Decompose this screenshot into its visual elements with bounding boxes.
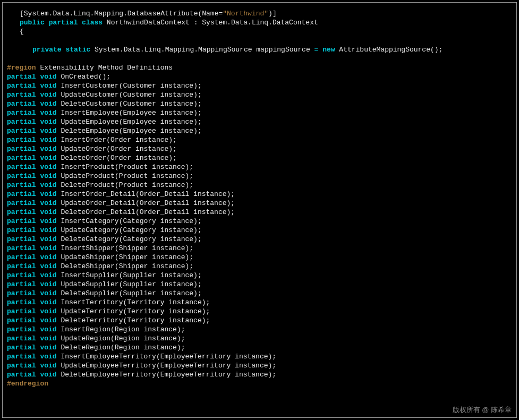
kw-void: void [40, 217, 56, 225]
kw-void: void [40, 325, 56, 333]
method-signature: InsertOrder(Order instance); [61, 136, 176, 144]
kw-static: static [65, 46, 90, 54]
kw-void: void [40, 163, 56, 171]
method-signature: UpdateRegion(Region instance); [61, 335, 185, 342]
field-line: private static System.Data.Linq.Mapping.… [7, 45, 512, 54]
method-signature: UpdateCustomer(Customer instance); [61, 91, 201, 99]
field-rest: AttributeMappingSource(); [335, 46, 443, 54]
kw-void: void [40, 73, 56, 81]
kw-partial: partial [7, 344, 36, 352]
kw-partial: partial [7, 208, 36, 216]
kw-partial: partial [7, 118, 36, 126]
method-signature: InsertEmployeeTerritory(EmployeeTerritor… [61, 353, 276, 361]
kw-partial: partial [7, 244, 36, 252]
kw-void: void [40, 199, 56, 207]
method-signature: InsertRegion(Region instance); [61, 325, 185, 333]
partial-method-line: partial void InsertTerritory(Territory i… [7, 298, 512, 307]
kw-void: void [40, 127, 56, 135]
kw-void: void [40, 109, 56, 117]
method-signature: UpdateCategory(Category instance); [61, 226, 201, 234]
kw-partial: partial [7, 280, 36, 288]
partial-method-line: partial void UpdateTerritory(Territory i… [7, 307, 512, 316]
class-decl-line: public partial class NorthwindDataContex… [7, 18, 512, 27]
partial-method-line: partial void DeleteProduct(Product insta… [7, 181, 512, 190]
partial-method-line: partial void DeleteShipper(Shipper insta… [7, 262, 512, 271]
method-signature: UpdateSupplier(Supplier instance); [61, 280, 201, 288]
kw-partial: partial [49, 19, 78, 27]
kw-void: void [40, 253, 56, 261]
method-signature: InsertCategory(Category instance); [61, 217, 201, 225]
kw-partial: partial [7, 253, 36, 261]
method-signature: InsertProduct(Product instance); [61, 163, 193, 171]
kw-void: void [40, 235, 56, 243]
open-brace: { [7, 27, 512, 36]
kw-partial: partial [7, 199, 36, 207]
partial-method-line: partial void UpdateOrder_Detail(Order_De… [7, 199, 512, 208]
kw-void: void [40, 353, 56, 361]
method-signature: DeleteRegion(Region instance); [61, 344, 185, 352]
method-signature: DeleteSupplier(Supplier instance); [61, 289, 201, 297]
kw-partial: partial [7, 109, 36, 117]
partial-method-line: partial void DeleteEmployee(Employee ins… [7, 126, 512, 135]
method-signature: InsertSupplier(Supplier instance); [61, 271, 201, 279]
method-signature: UpdateEmployeeTerritory(EmployeeTerritor… [61, 362, 276, 370]
attr-string: "Northwind" [223, 10, 268, 18]
watermark: 版权所有 @ 陈希章 [453, 405, 512, 415]
method-signature: OnCreated(); [61, 73, 110, 81]
kw-void: void [40, 289, 56, 297]
method-signature: DeleteOrder_Detail(Order_Detail instance… [61, 208, 235, 216]
class-name: NorthwindDataContext : System.Data.Linq.… [103, 19, 318, 27]
method-signature: UpdateEmployee(Employee instance); [61, 118, 201, 126]
method-signature: DeleteTerritory(Territory instance); [61, 316, 210, 324]
method-signature: UpdateProduct(Product instance); [61, 172, 193, 180]
partial-method-line: partial void UpdateEmployee(Employee ins… [7, 117, 512, 126]
kw-void: void [40, 298, 56, 306]
kw-void: void [40, 190, 56, 198]
kw-void: void [40, 316, 56, 324]
method-signature: DeleteProduct(Product instance); [61, 181, 193, 189]
field-type: System.Data.Linq.Mapping.MappingSource m… [90, 46, 314, 54]
kw-new: new [318, 46, 335, 54]
kw-void: void [40, 136, 56, 144]
partial-method-line: partial void UpdateSupplier(Supplier ins… [7, 280, 512, 289]
blank-line [7, 36, 512, 45]
partial-method-line: partial void DeleteRegion(Region instanc… [7, 343, 512, 352]
kw-partial: partial [7, 226, 36, 234]
kw-partial: partial [7, 235, 36, 243]
partial-method-line: partial void UpdateCategory(Category ins… [7, 226, 512, 235]
kw-partial: partial [7, 371, 36, 379]
partial-method-line: partial void DeleteOrder(Order instance)… [7, 153, 512, 162]
kw-void: void [40, 371, 56, 379]
kw-partial: partial [7, 307, 36, 315]
partial-method-line: partial void InsertEmployee(Employee ins… [7, 108, 512, 117]
kw-void: void [40, 335, 56, 342]
partial-method-line: partial void InsertOrder_Detail(Order_De… [7, 190, 512, 199]
method-signature: UpdateShipper(Shipper instance); [61, 253, 193, 261]
kw-void: void [40, 362, 56, 370]
kw-partial: partial [7, 145, 36, 153]
region-kw: #region [7, 64, 36, 72]
kw-partial: partial [7, 362, 36, 370]
kw-void: void [40, 307, 56, 315]
kw-partial: partial [7, 136, 36, 144]
kw-void: void [40, 172, 56, 180]
kw-partial: partial [7, 298, 36, 306]
kw-partial: partial [7, 73, 36, 81]
kw-void: void [40, 145, 56, 153]
method-signature: UpdateTerritory(Territory instance); [61, 307, 210, 315]
partial-method-line: partial void InsertOrder(Order instance)… [7, 135, 512, 144]
kw-partial: partial [7, 172, 36, 180]
kw-partial: partial [7, 91, 36, 99]
partial-method-line: partial void UpdateCustomer(Customer ins… [7, 90, 512, 99]
kw-void: void [40, 262, 56, 270]
blank-line [7, 54, 512, 63]
method-signature: InsertEmployee(Employee instance); [61, 109, 201, 117]
endregion-kw: #endregion [7, 380, 48, 388]
method-signature: InsertCustomer(Customer instance); [61, 82, 201, 90]
partial-method-line: partial void UpdateOrder(Order instance)… [7, 144, 512, 153]
kw-partial: partial [7, 289, 36, 297]
method-signature: UpdateOrder_Detail(Order_Detail instance… [61, 199, 235, 207]
attr-open: [System.Data.Linq.Mapping.DatabaseAttrib… [20, 10, 223, 18]
partial-method-line: partial void InsertProduct(Product insta… [7, 162, 512, 172]
region-text: Extensibility Method Definitions [36, 64, 173, 72]
